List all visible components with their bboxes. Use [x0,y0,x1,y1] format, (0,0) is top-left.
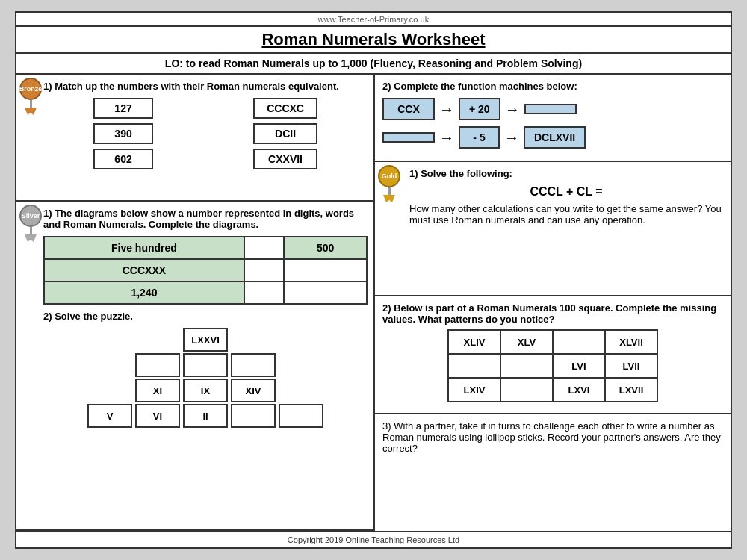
tree-row2 [135,353,276,377]
numbers-col: 127 390 602 [93,98,153,169]
gold-inner: 1) Solve the following: CCCL + CL = How … [382,168,723,263]
diag-r2-c1: CCCXXX [44,259,244,281]
diag-r1-c3: 500 [284,237,367,259]
left-column: Bronze 1) Match up the numbers with thei… [16,75,375,531]
tree-r2-b3[interactable] [231,353,276,377]
function-title: 2) Complete the function machines below: [382,81,723,92]
func-op-minus5: - 5 [459,126,500,149]
gold-medal-ribbon [383,195,395,202]
tree-r2-b2[interactable] [183,353,228,377]
diag-r3-c1: 1,240 [44,281,244,304]
right-column: 2) Complete the function machines below:… [375,75,731,531]
tree-xiv: XIV [231,379,276,402]
title-bar: Roman Numerals Worksheet [16,25,731,54]
number-602: 602 [93,149,153,169]
cell-lxiv: LXIV [448,378,500,402]
cell-r2c1-empty[interactable] [448,354,500,378]
silver-q2-title: 2) Solve the puzzle. [43,311,368,322]
cell-lxvii: LXVII [605,378,657,402]
gold-q1-title: 1) Solve the following: [409,168,723,179]
grid-row-1: XLIV XLV XLVII [448,330,657,354]
cell-lvi: LVI [553,354,605,378]
tree-xi: XI [135,379,180,402]
roman100-section: 2) Below is part of a Roman Numerals 100… [375,296,731,414]
function-row-1: CCX → + 20 → [382,98,723,120]
roman-grid: XLIV XLV XLVII LVI LVII LXIV LXV [447,329,658,402]
cell-lxvi: LXVI [553,378,605,402]
func-output-1[interactable] [524,104,577,114]
main-content: Bronze 1) Match up the numbers with thei… [16,75,731,531]
grid-row-2: LVI LVII [448,354,657,378]
func-op-plus20: + 20 [459,98,500,120]
partner-section: 3) With a partner, take it in turns to c… [375,414,731,460]
diagram-row-2: CCCXXX [44,259,367,281]
diagram-row-1: Five hundred 500 [44,237,367,259]
diagram-row-3: 1,240 [44,281,367,304]
bronze-section: Bronze 1) Match up the numbers with thei… [16,75,374,202]
learning-objective: LO: to read Roman Numerals up to 1,000 (… [16,54,731,75]
gold-q1-sub: How many other calculations can you writ… [409,203,723,225]
arrow-2: → [505,101,520,118]
silver-q1-title: 1) The diagrams below show a number repr… [43,208,368,230]
gold-medal-stick [388,187,391,195]
func-input-2[interactable] [382,132,435,143]
cell-xlvii: XLVII [605,330,657,354]
roman100-title: 2) Below is part of a Roman Numerals 100… [382,302,723,325]
bronze-medal-wrapper: Bronze [19,78,42,115]
footer: Copyright 2019 Online Teaching Resources… [16,531,731,547]
tree-r2-b1[interactable] [135,353,180,377]
func-output-dclxvii: DCLXVII [524,126,586,149]
diag-r3-c3[interactable] [284,281,367,304]
match-container: 127 390 602 CCCXC DCII CXXVII [43,98,368,169]
puzzle-tree: LXXVI XI IX XIV [43,328,368,428]
gold-medal: Gold [378,165,400,187]
tree-row3: XI IX XIV [135,379,276,402]
tree-ix: IX [183,379,228,402]
number-390: 390 [93,123,153,144]
roman-dcii: DCII [253,123,317,144]
tree-r4-b5[interactable] [279,404,323,428]
gold-answer-space[interactable] [409,225,723,263]
cell-r3c2-empty[interactable] [500,378,553,402]
function-section: 2) Complete the function machines below:… [375,75,731,162]
arrow-1: → [439,101,454,118]
medal-stick [30,100,32,108]
diag-r2-c3[interactable] [284,259,367,281]
cell-xlvi-empty[interactable] [553,330,605,354]
tree-vi: VI [135,404,180,428]
gold-equation: CCCL + CL = [409,185,723,199]
silver-medal-wrapper: Silver [19,205,42,242]
diagram-table: Five hundred 500 CCCXXX 1,240 [43,236,368,305]
tree-ii: II [183,404,228,428]
bronze-medal: Bronze [19,78,42,100]
cell-lvii: LVII [605,354,657,378]
silver-section: Silver 1) The diagrams below show a numb… [16,202,374,531]
diag-r3-c2[interactable] [244,281,285,304]
tree-lxxvi: LXXVI [183,328,228,352]
roman-col: CCCXC DCII CXXVII [253,98,317,169]
func-input-ccx: CCX [382,98,435,120]
medal-ribbon [25,108,37,115]
cell-xliv: XLIV [448,330,500,354]
partner-title: 3) With a partner, take it in turns to c… [382,420,723,454]
page-title: Roman Numerals Worksheet [16,30,731,49]
diag-r1-c2[interactable] [244,237,285,259]
gold-medal-wrapper: Gold [378,165,400,202]
grid-row-3: LXIV LXVI LXVII [448,378,657,402]
cell-r2c2-empty[interactable] [500,354,553,378]
diag-r2-c2[interactable] [244,259,285,281]
silver-medal-stick [30,227,32,234]
roman-cccxc: CCCXC [253,98,317,119]
gold-section: Gold 1) Solve the following: CCCL + CL =… [375,162,731,296]
tree-r4-b4[interactable] [231,404,276,428]
website-url: www.Teacher-of-Primary.co.uk [16,13,731,25]
worksheet-page: www.Teacher-of-Primary.co.uk Roman Numer… [15,11,732,549]
diag-r1-c1: Five hundred [44,237,244,259]
number-127: 127 [93,98,153,119]
silver-medal: Silver [19,205,42,227]
arrow-3: → [439,129,454,146]
tree-row4: V VI II [87,404,323,428]
silver-medal-ribbon [25,234,37,242]
roman-cxxvii: CXXVII [253,149,317,169]
bronze-q1-title: 1) Match up the numbers with their Roman… [43,81,368,92]
